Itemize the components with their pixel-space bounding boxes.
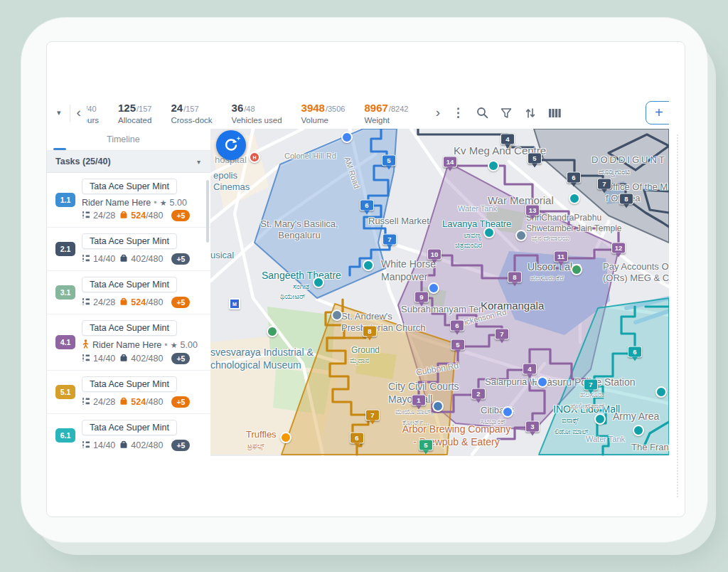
tab-timeline[interactable]: Timeline [107, 134, 140, 144]
rider-row: Rider Name Here•★5.00 [82, 198, 205, 208]
kebab-menu-icon[interactable]: ⋮ [446, 101, 470, 125]
poi-marker [571, 264, 582, 275]
load-count: 402/480 [131, 254, 163, 264]
extra-count-badge: +5 [171, 297, 190, 308]
toolbar-dropdown-caret-icon[interactable]: ▾ [47, 108, 70, 117]
task-stats-row: 24/28524/480+5 [82, 396, 205, 408]
vehicle-chip[interactable]: Tata Ace Super Mint [82, 277, 177, 292]
waypoint-marker-1[interactable]: 1 [412, 394, 426, 406]
rider-rating: 5.00 [181, 340, 198, 350]
poi-marker [267, 326, 278, 337]
chevron-left-icon[interactable]: ‹ [70, 105, 87, 121]
waypoint-marker-7[interactable]: 7 [495, 328, 509, 339]
extra-count-badge: +5 [171, 253, 190, 265]
waypoint-marker-10[interactable]: 10 [427, 248, 441, 260]
map-label: svesvaraya Industrial &chnological Museu… [210, 346, 314, 371]
task-item-2.1[interactable]: 2.1Tata Ace Super Mint14/40402/480+5 [47, 228, 210, 271]
vehicle-chip[interactable]: Tata Ace Super Mint [82, 233, 177, 249]
bullet-separator: • [164, 340, 167, 350]
extra-count-badge: +5 [171, 396, 190, 408]
stops-count: 14/40 [93, 354, 115, 364]
map-label: ಪೊಲೀಸ್ ಠಾಣೆ [570, 402, 604, 411]
waypoint-marker-6[interactable]: 6 [450, 319, 464, 331]
task-item-5.1[interactable]: 5.1Tata Ace Super Mint24/28524/480+5 [47, 371, 210, 414]
chevron-right-icon[interactable]: › [429, 105, 446, 121]
columns-icon[interactable] [542, 101, 567, 125]
route-badge: 4.1 [55, 335, 75, 349]
waypoint-marker-2[interactable]: 2 [471, 388, 486, 399]
waypoint-marker-4[interactable]: 4 [523, 363, 537, 374]
waypoint-marker-5[interactable]: 5 [419, 439, 433, 450]
waypoint-marker-14[interactable]: 14 [443, 156, 457, 167]
bag-icon [119, 440, 128, 451]
rider-name: Rider Name Here [82, 198, 151, 208]
map-label: ಚಿತ್ರಮಂದಿರ [455, 241, 482, 250]
waypoint-marker-11[interactable]: 11 [554, 250, 568, 262]
waypoint-marker-6[interactable]: 6 [628, 346, 642, 357]
stops-icon [82, 397, 90, 408]
waypoint-marker-7[interactable]: 7 [597, 178, 611, 189]
waypoint-marker-4[interactable]: 4 [500, 133, 515, 144]
waypoint-marker-8[interactable]: 8 [363, 325, 377, 337]
task-item-1.1[interactable]: 1.1Tata Ace Super MintRider Name Here•★5… [47, 173, 210, 228]
filter-icon[interactable] [494, 101, 518, 125]
waypoint-marker-7[interactable]: 7 [365, 409, 380, 420]
waypoint-marker-5[interactable]: 5 [528, 152, 542, 164]
waypoint-marker-5[interactable]: 5 [382, 154, 396, 166]
map-label: Ground [351, 345, 380, 356]
route-map[interactable]: hospitalepolisCinemasusicalColonel Hill … [210, 129, 669, 456]
poi-marker: H [249, 152, 260, 163]
stat-weight: 8967/8242Weight [364, 102, 408, 125]
waypoint-marker-3[interactable]: 3 [525, 420, 540, 432]
waypoint-marker-9[interactable]: 9 [414, 291, 429, 302]
waypoint-marker-6[interactable]: 6 [360, 199, 374, 211]
task-item-4.1[interactable]: 4.1Tata Ace Super MintRider Name Here•★5… [47, 314, 210, 371]
vehicle-chip[interactable]: Tata Ace Super Mint [82, 320, 177, 336]
waypoint-marker-6[interactable]: 6 [567, 171, 581, 183]
map-label: ಥಿಯೇಟರ್ [280, 292, 306, 302]
bag-icon [119, 396, 128, 408]
task-stats-row: 24/28524/480+5 [82, 210, 205, 221]
waypoint-marker-12[interactable]: 12 [611, 242, 626, 253]
sort-icon[interactable] [518, 101, 542, 125]
map-label: Water Tank [586, 435, 625, 445]
tasks-sidebar: Timeline Tasks (25/40) ▾ 1.1Tata Ace Sup… [47, 129, 211, 456]
waypoint-marker-8[interactable]: 8 [508, 271, 522, 282]
map-label: Truffles [246, 429, 277, 440]
refresh-button[interactable]: + [216, 130, 246, 160]
waypoint-marker-8[interactable]: 8 [619, 193, 633, 204]
vehicle-chip[interactable]: Tata Ace Super Mint [82, 179, 177, 194]
toolbar-icons: › ⋮ [429, 101, 567, 125]
waypoint-marker-5[interactable]: 5 [451, 339, 465, 350]
stats-row: 0/40Tours125/157Allocated24/157Cross-doc… [87, 102, 427, 125]
task-stats-row: 14/40402/480+5 [82, 353, 205, 364]
map-label: ಸಂಗೀತ [293, 282, 309, 292]
sidebar-scrollbar[interactable] [206, 180, 209, 243]
waypoint-marker-13[interactable]: 13 [525, 204, 540, 216]
vehicle-chip[interactable]: Tata Ace Super Mint [82, 420, 177, 435]
stops-icon [82, 354, 90, 364]
load-count: 402/480 [131, 354, 163, 364]
map-label: ದೊಡ್ಡಿಗುಂಟ [599, 167, 630, 177]
task-item-3.1[interactable]: 3.1Tata Ace Super Mint24/28524/480+5 [47, 271, 210, 314]
stops-icon [82, 440, 90, 451]
poi-marker [633, 425, 644, 436]
waypoint-marker-7[interactable]: 7 [382, 233, 397, 245]
add-button[interactable]: + [646, 101, 669, 125]
tasks-header-dropdown[interactable]: Tasks (25/40) ▾ [47, 151, 210, 173]
stats-toolbar: ▾ ‹ 0/40Tours125/157Allocated24/157Cross… [47, 97, 669, 129]
extra-count-badge: +5 [171, 210, 190, 221]
search-icon[interactable] [470, 101, 494, 125]
task-item-6.1[interactable]: 6.1Tata Ace Super Mint14/40402/480+5 [47, 414, 210, 456]
stat-vehicles-used: 36/48Vehicles used [232, 102, 282, 125]
load-count: 402/480 [131, 440, 163, 450]
map-label: ಐನಾಕ್ಸ್ [562, 416, 579, 425]
poi-marker [483, 227, 495, 238]
route-badge: 3.1 [55, 285, 75, 300]
app-screen: ▾ ‹ 0/40Tours125/157Allocated24/157Cross… [46, 41, 685, 517]
page-scrollbar[interactable] [677, 134, 678, 497]
waypoint-marker-6[interactable]: 6 [350, 432, 364, 443]
stops-count: 24/28 [93, 297, 115, 307]
vehicle-chip[interactable]: Tata Ace Super Mint [82, 376, 177, 392]
waypoint-marker-7[interactable]: 7 [584, 378, 598, 390]
